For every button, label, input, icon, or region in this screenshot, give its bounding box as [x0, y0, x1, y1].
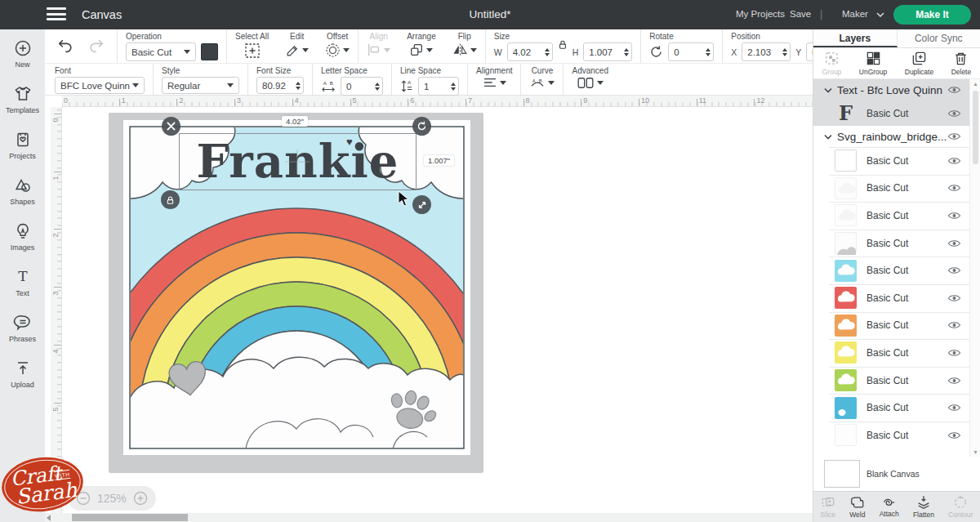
visibility-toggle[interactable]	[947, 348, 961, 358]
horizontal-scrollbar[interactable]	[45, 513, 813, 522]
advanced-icon	[577, 77, 595, 89]
ungroup-button[interactable]: UnGroup	[859, 51, 888, 76]
sidebar-item-phrases[interactable]: Phrases	[0, 306, 45, 350]
visibility-toggle[interactable]	[947, 403, 961, 413]
lock-handle[interactable]	[161, 190, 180, 209]
eye-icon	[947, 403, 961, 413]
zoom-in-icon[interactable]	[133, 491, 148, 506]
layer-row[interactable]: Basic Cut	[813, 202, 969, 230]
layer-row[interactable]: Basic Cut	[813, 312, 969, 340]
sidebar-item-templates[interactable]: Templates	[0, 77, 45, 121]
layers-scrollbar[interactable]: ▲ ▼	[969, 79, 980, 457]
layer-row[interactable]: Basic Cut	[813, 339, 969, 367]
letter-space-input[interactable]: 0	[341, 77, 383, 96]
visibility-toggle[interactable]	[947, 239, 961, 248]
stepper[interactable]	[624, 48, 629, 56]
font-select[interactable]: BFC Love Quinn	[55, 77, 145, 94]
rotate-icon[interactable]	[649, 45, 663, 59]
rotate-input[interactable]: 0	[668, 42, 714, 61]
sidebar-item-shapes[interactable]: Shapes	[0, 168, 45, 212]
curve-group[interactable]: Curve AB	[520, 64, 563, 96]
stepper[interactable]	[375, 83, 380, 91]
redo-icon[interactable]	[87, 38, 105, 55]
layer-group-header[interactable]: Svg_rainbow_bridge...	[813, 126, 969, 147]
visibility-toggle[interactable]	[947, 376, 961, 386]
visibility-toggle[interactable]	[947, 320, 961, 330]
visibility-toggle[interactable]	[947, 85, 961, 95]
color-swatch[interactable]	[201, 43, 218, 60]
scroll-up-arrow[interactable]: ▲	[973, 81, 978, 87]
edit-group[interactable]: Edit	[277, 29, 317, 63]
rotate-handle[interactable]	[412, 117, 431, 136]
make-it-button[interactable]: Make It	[893, 5, 971, 25]
layer-row[interactable]: Basic Cut	[813, 257, 969, 284]
visibility-toggle[interactable]	[947, 156, 961, 166]
weld-button[interactable]: Weld	[849, 495, 865, 519]
operation-select[interactable]: Basic Cut	[126, 42, 196, 61]
ruler-number: 9	[583, 96, 587, 105]
stepper[interactable]	[451, 83, 456, 91]
layer-group-header[interactable]: Text - Bfc Love Quinn	[813, 79, 969, 100]
sidebar-item-new[interactable]: New	[0, 31, 45, 75]
duplicate-button[interactable]: Duplicate	[905, 51, 933, 76]
size-width-input[interactable]: 4.02	[507, 42, 553, 61]
layer-row[interactable]: Basic Cut	[813, 422, 969, 449]
visibility-toggle[interactable]	[947, 265, 961, 275]
scrollbar-thumb[interactable]	[973, 91, 978, 164]
alignment-group[interactable]: Alignment	[467, 64, 520, 96]
machine-select[interactable]: Maker	[842, 9, 884, 19]
scroll-down-arrow[interactable]: ▼	[973, 449, 978, 455]
delete-button[interactable]: Delete	[951, 51, 972, 76]
scroll-left-arrow[interactable]	[47, 515, 51, 521]
line-space-input[interactable]: 1	[418, 77, 459, 96]
sidebar-item-text[interactable]: T Text	[0, 260, 45, 304]
save-link[interactable]: Save	[790, 9, 811, 19]
sidebar-item-images[interactable]: Images	[0, 214, 45, 258]
layer-row[interactable]: Basic Cut	[813, 284, 969, 312]
sidebar-item-upload[interactable]: Upload	[0, 351, 45, 395]
advanced-group[interactable]: Advanced	[563, 64, 616, 96]
layer-row[interactable]: Basic Cut	[813, 394, 969, 422]
size-height-input[interactable]: 1.007	[583, 42, 632, 61]
visibility-toggle[interactable]	[947, 431, 961, 440]
eye-icon	[947, 85, 961, 95]
layer-row[interactable]: FBasic Cut	[813, 100, 969, 126]
stepper[interactable]	[782, 48, 787, 56]
layer-thumbnail	[835, 204, 857, 226]
visibility-toggle[interactable]	[947, 183, 961, 193]
select-all-group[interactable]: Select All	[226, 29, 277, 63]
layer-thumbnail	[835, 341, 857, 364]
stepper[interactable]	[296, 82, 301, 90]
tab-color-sync[interactable]: Color Sync	[898, 29, 980, 47]
scrollbar-thumb[interactable]	[72, 514, 188, 521]
canvas-workspace[interactable]: 0123456789101112 0123456 F	[45, 96, 813, 522]
resize-handle[interactable]	[412, 195, 431, 214]
ruler-number: 5	[51, 405, 60, 413]
sidebar-item-projects[interactable]: Projects	[0, 123, 45, 167]
lock-icon[interactable]	[558, 39, 568, 50]
undo-icon[interactable]	[56, 38, 74, 55]
visibility-toggle[interactable]	[947, 132, 961, 141]
delete-handle[interactable]	[162, 117, 180, 136]
stepper[interactable]	[545, 48, 550, 56]
visibility-toggle[interactable]	[947, 293, 961, 303]
style-select[interactable]: Regular	[162, 77, 239, 94]
font-size-input[interactable]: 80.92	[256, 77, 304, 94]
tab-layers[interactable]: Layers	[813, 29, 898, 47]
position-x-input[interactable]: 2.103	[742, 42, 791, 61]
blank-canvas-swatch[interactable]	[824, 460, 860, 488]
flip-group[interactable]: Flip	[444, 29, 485, 63]
layer-row[interactable]: Basic Cut	[813, 230, 969, 257]
arrange-group[interactable]: Arrange	[399, 29, 444, 63]
flatten-button[interactable]: Flatten	[913, 495, 934, 519]
stepper[interactable]	[706, 48, 710, 56]
layer-row[interactable]: Basic Cut	[813, 147, 969, 175]
attach-button[interactable]: Attach	[880, 496, 899, 518]
ruler-tick	[466, 99, 466, 106]
offset-group[interactable]: Offset	[317, 29, 358, 63]
my-projects-link[interactable]: My Projects	[736, 9, 785, 19]
visibility-toggle[interactable]	[947, 109, 961, 118]
layer-row[interactable]: Basic Cut	[813, 175, 969, 203]
layer-row[interactable]: Basic Cut	[813, 367, 969, 395]
visibility-toggle[interactable]	[947, 211, 961, 221]
